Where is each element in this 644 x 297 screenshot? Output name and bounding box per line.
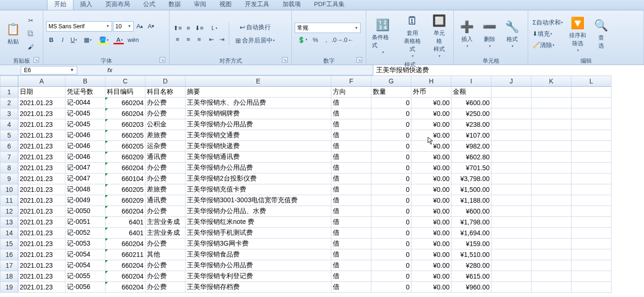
cell[interactable]: 2021.01.23 — [18, 163, 65, 173]
cell[interactable]: 2021.01.23 — [18, 152, 65, 163]
cell[interactable]: 660209 — [105, 152, 145, 163]
cell[interactable]: 0 — [371, 206, 411, 217]
cell[interactable]: 王美华报销交通费 — [185, 130, 331, 141]
cell[interactable]: 0 — [371, 195, 411, 206]
cell[interactable]: 王美华报销3G网卡费 — [185, 239, 331, 249]
cell[interactable]: 660204 — [105, 282, 145, 293]
autosum-button[interactable]: Σ 自动求和▾ — [531, 17, 564, 28]
header-cell[interactable]: 摘要 — [185, 87, 331, 98]
cell[interactable]: 0 — [371, 271, 411, 282]
row-header-9[interactable]: 9 — [0, 173, 18, 184]
cell[interactable]: ¥0.00 — [411, 98, 451, 108]
cell[interactable]: 王美华报销专利登记费 — [185, 271, 331, 282]
cell[interactable]: 记-0047 — [65, 173, 105, 184]
cell[interactable]: 借 — [331, 239, 371, 249]
name-box[interactable]: E6▼ — [21, 66, 77, 74]
row-header-3[interactable]: 3 — [0, 108, 18, 119]
cell[interactable]: 借 — [331, 98, 371, 108]
cell[interactable]: 记-0056 — [65, 282, 105, 293]
cell[interactable]: 660203 — [105, 119, 145, 130]
col-header-F[interactable]: F — [331, 76, 371, 87]
cell[interactable]: 记-0045 — [65, 119, 105, 130]
cell[interactable]: ¥1,694.00 — [451, 228, 491, 239]
row-header-6[interactable]: 6 — [0, 141, 18, 152]
cell[interactable]: 660204 — [105, 108, 145, 119]
cell[interactable]: 660204 — [105, 98, 145, 108]
cell[interactable]: 2021.01.23 — [18, 217, 65, 228]
cell[interactable]: ¥3,798.00 — [451, 173, 491, 184]
tab-4[interactable]: 数据 — [162, 0, 187, 10]
cell[interactable]: 王美华报销快递费 — [185, 141, 331, 152]
tab-3[interactable]: 公式 — [137, 0, 162, 10]
cell[interactable]: ¥0.00 — [411, 217, 451, 228]
cut-button[interactable]: ✂ — [25, 16, 36, 26]
cell[interactable]: 王美华报销存档费 — [185, 282, 331, 293]
cell[interactable]: 2021.01.23 — [18, 228, 65, 239]
cell[interactable]: 记-0047 — [65, 163, 105, 173]
cell[interactable]: 记-0054 — [65, 260, 105, 271]
tab-0[interactable]: 开始 — [47, 0, 73, 10]
cell[interactable]: 借 — [331, 184, 371, 195]
cell[interactable]: 记-0046 — [65, 141, 105, 152]
table-format-button[interactable]: 🗓套用 表格格式▾ — [399, 12, 427, 59]
cell[interactable]: 660204 — [105, 206, 145, 217]
col-header-G[interactable]: G — [371, 76, 411, 87]
cell[interactable]: 0 — [371, 217, 411, 228]
cell[interactable]: 0 — [371, 228, 411, 239]
row-header-8[interactable]: 8 — [0, 163, 18, 173]
cell[interactable]: 2021.01.23 — [18, 206, 65, 217]
cell[interactable]: 王美华报销2台投影仪费 — [185, 173, 331, 184]
cell[interactable]: 办公费 — [145, 98, 185, 108]
header-cell[interactable]: 日期 — [18, 87, 65, 98]
tab-7[interactable]: 开发工具 — [238, 0, 276, 10]
font-name-combo[interactable]: MS Sans Serif▼ — [46, 21, 112, 32]
cell[interactable]: 借 — [331, 141, 371, 152]
find-select-button[interactable]: 🔍查 选 — [591, 17, 612, 51]
cell[interactable]: 6401 — [105, 228, 145, 239]
cell[interactable]: 记-0046 — [65, 152, 105, 163]
cell[interactable]: 借 — [331, 249, 371, 260]
cell[interactable]: 借 — [331, 108, 371, 119]
cell[interactable]: 借 — [331, 163, 371, 173]
cell[interactable]: 0 — [371, 282, 411, 293]
cell[interactable]: ¥0.00 — [411, 195, 451, 206]
col-header-J[interactable]: J — [491, 76, 531, 87]
cell[interactable]: 2021.01.23 — [18, 249, 65, 260]
cell[interactable]: 王美华报销办公用品、水费 — [185, 206, 331, 217]
cell[interactable]: ¥615.00 — [451, 271, 491, 282]
expand-icon[interactable]: ↘ — [282, 57, 288, 63]
col-header-C[interactable]: C — [105, 76, 145, 87]
col-header-K[interactable]: K — [531, 76, 572, 87]
col-header-I[interactable]: I — [451, 76, 491, 87]
conditional-format-button[interactable]: 🔢条件格式▾ — [369, 16, 397, 55]
decrease-decimal-button[interactable]: .0← — [343, 34, 353, 45]
cell[interactable]: 0 — [371, 163, 411, 173]
cell[interactable]: 办公费 — [145, 260, 185, 271]
cell[interactable]: 借 — [331, 173, 371, 184]
align-top-button[interactable]: ⬆≡ — [172, 23, 183, 33]
cell[interactable]: ¥0.00 — [411, 152, 451, 163]
cell[interactable]: 王美华报销食品费 — [185, 249, 331, 260]
cell[interactable]: 王美华报销充值卡费 — [185, 184, 331, 195]
cell[interactable]: 记-0048 — [65, 184, 105, 195]
cell[interactable]: 差旅费 — [145, 184, 185, 195]
col-header-H[interactable]: H — [411, 76, 451, 87]
clear-button[interactable]: 🧹 清除▾ — [531, 40, 564, 50]
cell[interactable]: ¥1,500.00 — [451, 184, 491, 195]
row-header-4[interactable]: 4 — [0, 119, 18, 130]
cell[interactable]: 记-0049 — [65, 195, 105, 206]
cell[interactable]: 660104 — [105, 173, 145, 184]
currency-button[interactable]: 💲▾ — [295, 34, 310, 45]
expand-icon[interactable]: ↘ — [356, 57, 362, 63]
cell[interactable]: 王美华报销3001-3003电信宽带充值费 — [185, 195, 331, 206]
row-header-7[interactable]: 7 — [0, 152, 18, 163]
cell[interactable]: 通讯费 — [145, 152, 185, 163]
cell[interactable]: 2021.01.23 — [18, 239, 65, 249]
col-header-E[interactable]: E — [185, 76, 331, 87]
row-header-10[interactable]: 10 — [0, 184, 18, 195]
font-color-button[interactable]: A▾ — [112, 35, 127, 45]
decrease-indent-button[interactable]: ⇤ — [206, 34, 217, 45]
tab-9[interactable]: PDF工具集 — [307, 0, 351, 10]
cell[interactable]: ¥0.00 — [411, 260, 451, 271]
cell[interactable]: 2021.01.23 — [18, 141, 65, 152]
